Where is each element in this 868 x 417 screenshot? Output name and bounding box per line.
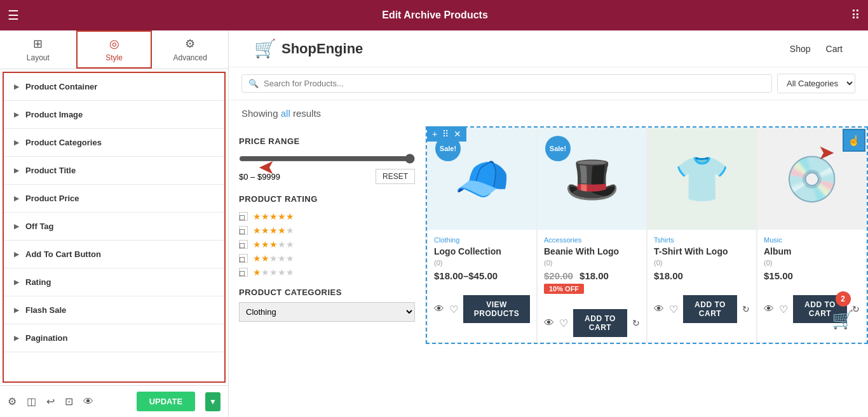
- eye-product-icon-1[interactable]: 👁: [434, 303, 444, 315]
- history-icon[interactable]: ↩: [46, 395, 55, 407]
- arrow-indicator: ➤: [258, 156, 275, 180]
- update-dropdown-button[interactable]: ▼: [205, 392, 220, 411]
- tab-style[interactable]: ◎ Style: [76, 30, 153, 69]
- rating-checkbox-5[interactable]: □: [239, 212, 248, 221]
- results-highlight: all: [281, 108, 290, 119]
- reset-button[interactable]: RESET: [376, 169, 415, 184]
- add-to-cart-button-3[interactable]: ADD TO CART: [683, 295, 737, 323]
- stars-4: ★★★★★: [253, 225, 294, 235]
- wishlist-icon-4[interactable]: ♡: [779, 303, 788, 315]
- refresh-icon-2[interactable]: ↻: [632, 318, 640, 328]
- refresh-icon-3[interactable]: ↻: [742, 304, 750, 314]
- product-info-4: Music Album (0) $15.00: [757, 230, 866, 290]
- add-to-cart-button-2[interactable]: ADD TO CART: [573, 309, 627, 337]
- cart-icon[interactable]: 🛒: [832, 309, 854, 330]
- grid-move-button[interactable]: ⠿: [441, 128, 450, 140]
- sidebar-item-label: Product Categories: [25, 138, 102, 147]
- sidebar-item-flash-sale[interactable]: ▶ Flash Sale: [4, 296, 224, 324]
- eye-icon[interactable]: 👁: [83, 396, 93, 407]
- chevron-right-icon: ▶: [14, 223, 19, 230]
- eye-product-icon-2[interactable]: 👁: [544, 317, 554, 329]
- product-name-2: Beanie With Logo: [544, 246, 640, 256]
- product-name-4: Album: [764, 246, 860, 256]
- settings-icon[interactable]: ⚙: [8, 395, 17, 407]
- responsive-icon[interactable]: ⊡: [65, 395, 73, 407]
- eye-product-icon-3[interactable]: 👁: [654, 303, 664, 315]
- product-name-3: T-Shirt With Logo: [654, 246, 750, 256]
- category-filter-select[interactable]: Clothing: [239, 302, 415, 322]
- grid-add-button[interactable]: +: [431, 128, 438, 140]
- logo-text: ShopEngine: [281, 41, 363, 57]
- tab-advanced[interactable]: ⚙ Advanced: [152, 30, 228, 69]
- rating-checkbox-1[interactable]: □: [239, 268, 248, 277]
- wishlist-icon-3[interactable]: ♡: [669, 303, 678, 315]
- sidebar-item-product-price[interactable]: ▶ Product Price: [4, 185, 224, 213]
- sidebar-item-product-container[interactable]: ▶ Product Container: [4, 73, 224, 101]
- list-item: □ ★★★★★: [239, 239, 415, 249]
- tab-advanced-label: Advanced: [173, 53, 207, 62]
- sidebar: ⊞ Layout ◎ Style ⚙ Advanced ▶ Product Co…: [0, 30, 229, 417]
- product-info-3: Tshirts T-Shirt With Logo (0) $18.00: [648, 230, 756, 290]
- product-area: PRICE RANGE $0 – $9999 RESET ➤ PRODUCT R…: [229, 126, 868, 344]
- sidebar-item-pagination[interactable]: ▶ Pagination: [4, 324, 224, 352]
- product-card-3: 👕 Tshirts T-Shirt With Logo (0) $18.00 👁…: [647, 128, 757, 343]
- category-select[interactable]: All Categories: [777, 74, 855, 93]
- search-icon: 🔍: [248, 79, 259, 88]
- blue-edit-box[interactable]: ☝: [843, 129, 865, 152]
- product-rating-3: (0): [654, 259, 750, 267]
- cursor-icon: ☝: [848, 135, 860, 147]
- advanced-icon: ⚙: [185, 37, 195, 51]
- layout-icon: ⊞: [33, 37, 43, 51]
- view-products-button-1[interactable]: VIEW PRODUCTS: [463, 295, 530, 323]
- products-row: Sale! 🧢 Clothing Logo Collection (0) $18…: [427, 128, 867, 343]
- tab-layout[interactable]: ⊞ Layout: [0, 30, 76, 69]
- rating-checkbox-2[interactable]: □: [239, 254, 248, 263]
- price-range-title: PRICE RANGE: [239, 136, 415, 146]
- chevron-right-icon: ▶: [14, 195, 19, 202]
- layers-icon[interactable]: ◫: [27, 395, 36, 407]
- grid-icon[interactable]: ⠿: [851, 8, 860, 23]
- grid-close-button[interactable]: ✕: [452, 128, 463, 140]
- list-item: □ ★★★★★: [239, 211, 415, 222]
- sidebar-item-label: Flash Sale: [25, 305, 66, 315]
- sidebar-item-product-image[interactable]: ▶ Product Image: [4, 101, 224, 129]
- product-info-2: Accessories Beanie With Logo (0) $20.00 …: [538, 230, 646, 304]
- update-button[interactable]: UPDATE: [137, 392, 195, 411]
- off-badge-2: 10% OFF: [544, 284, 584, 294]
- sidebar-item-rating[interactable]: ▶ Rating: [4, 268, 224, 296]
- sidebar-item-label: Product Title: [25, 166, 76, 175]
- sidebar-item-off-tag[interactable]: ▶ Off Tag: [4, 213, 224, 241]
- rating-checkbox-3[interactable]: □: [239, 240, 248, 249]
- logo-icon: 🛒: [254, 38, 276, 59]
- product-actions-2: 👁 ♡ ADD TO CART ↻: [538, 304, 646, 342]
- chevron-right-icon: ▶: [14, 334, 19, 341]
- sidebar-item-product-categories[interactable]: ▶ Product Categories: [4, 129, 224, 157]
- wishlist-icon-1[interactable]: ♡: [449, 303, 458, 315]
- rating-checkbox-4[interactable]: □: [239, 226, 248, 235]
- eye-product-icon-4[interactable]: 👁: [764, 303, 774, 315]
- list-item: □ ★★★★★: [239, 253, 415, 263]
- nav-shop[interactable]: Shop: [790, 44, 811, 54]
- sidebar-item-product-title[interactable]: ▶ Product Title: [4, 157, 224, 185]
- sidebar-items-list: ▶ Product Container ▶ Product Image ▶ Pr…: [3, 72, 226, 383]
- sidebar-item-label: Rating: [25, 277, 51, 287]
- product-category-2: Accessories: [544, 236, 640, 244]
- search-input[interactable]: [264, 79, 765, 88]
- cart-badge: 2: [836, 291, 851, 307]
- results-header: Showing all results: [229, 100, 868, 126]
- shop-nav: Shop Cart: [790, 44, 843, 54]
- stars-5: ★★★★★: [253, 211, 294, 222]
- list-item: □ ★★★★★: [239, 267, 415, 277]
- chevron-right-icon: ▶: [14, 111, 19, 118]
- nav-cart[interactable]: Cart: [826, 44, 843, 54]
- product-actions-1: 👁 ♡ VIEW PRODUCTS: [428, 290, 536, 328]
- sidebar-item-add-to-cart-button[interactable]: ▶ Add To Cart Button: [4, 241, 224, 268]
- chevron-right-icon: ▶: [14, 251, 19, 258]
- product-category-1: Clothing: [434, 236, 530, 244]
- bottom-toolbar: ⚙ ◫ ↩ ⊡ 👁 UPDATE ▼: [0, 385, 228, 417]
- hamburger-icon[interactable]: ☰: [8, 8, 19, 23]
- product-emoji-2: 🎩: [564, 153, 620, 205]
- wishlist-icon-2[interactable]: ♡: [559, 317, 568, 329]
- product-image-1: Sale! 🧢: [428, 128, 536, 230]
- sidebar-item-label: Add To Cart Button: [25, 249, 101, 259]
